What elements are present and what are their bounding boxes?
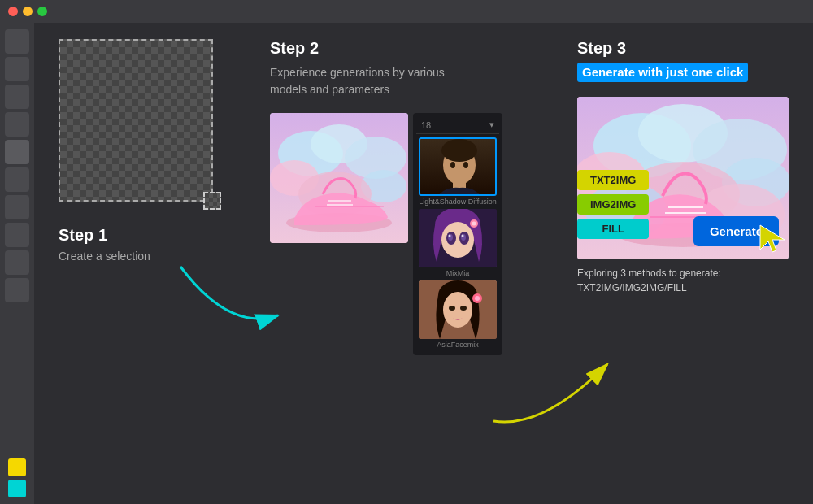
model-item-1[interactable]: Light&Shadow Diffusion [416,137,499,206]
color-yellow[interactable] [8,458,26,476]
svg-point-32 [475,296,480,301]
step3-buttons: TXT2IMG IMG2IMG FILL [577,170,649,239]
svg-point-15 [450,162,455,168]
model-item-2[interactable]: MixMia [416,209,499,277]
color-cyan[interactable] [8,480,26,497]
model-panel: 18 ▾ [413,113,502,355]
main-area: Step 1 Create a selection Step 2 Experie… [0,23,813,504]
svg-marker-48 [760,225,785,252]
step2-area: Step 2 Experience generations by various… [270,39,502,355]
sidebar [0,23,34,504]
model-label-2: MixMia [446,269,470,277]
sneaker-scene [270,113,408,243]
cursor-icon [756,221,789,259]
close-dot[interactable] [8,7,18,16]
step3-title: Step 3 [577,39,797,58]
tool-1[interactable] [5,29,29,54]
fill-button[interactable]: FILL [577,219,649,239]
canvas-corner [203,192,221,210]
step1-title: Step 1 [59,226,213,245]
model-label-3: AsiaFacemix [437,341,479,349]
tool-3[interactable] [5,85,29,109]
svg-point-27 [472,222,476,226]
tool-2[interactable] [5,57,29,81]
svg-point-24 [449,235,451,237]
svg-point-13 [441,139,477,162]
svg-point-16 [463,162,468,168]
svg-point-19 [441,222,474,258]
woman-face-svg [419,280,497,339]
tool-9[interactable] [5,250,29,275]
svg-point-30 [443,292,472,328]
model-counter: 18 ▾ [416,116,499,134]
step3-note: Exploring 3 methods to generate: TXT2IMG… [577,266,797,295]
titlebar [0,0,813,23]
content-area: Step 1 Create a selection Step 2 Experie… [34,23,813,504]
arrow2 [477,340,632,437]
dropdown-arrow[interactable]: ▾ [489,119,494,130]
highlight-bar: Generate with just one click [577,63,748,82]
step2-title: Step 2 [270,39,502,58]
step2-images: 18 ▾ [270,113,502,355]
svg-point-33 [449,306,455,311]
tool-5[interactable] [5,140,29,164]
model-thumb-man [419,137,497,196]
scene-svg [270,113,408,243]
model-thumb-anime [419,209,497,267]
step3-area: Step 3 Generate with just one click TXT2… [577,39,797,295]
anime-face-svg [419,209,497,267]
canvas-preview [59,39,213,202]
minimize-dot[interactable] [23,7,33,16]
txt2img-button[interactable]: TXT2IMG [577,170,649,190]
man-face-svg [420,139,497,196]
tool-8[interactable] [5,223,29,247]
svg-point-34 [460,306,467,311]
img2img-button[interactable]: IMG2IMG [577,194,649,215]
tool-6[interactable] [5,167,29,192]
model-thumb-woman [419,280,497,339]
model-label-1: Light&Shadow Diffusion [419,198,496,206]
svg-point-25 [462,235,464,237]
model-item-3[interactable]: AsiaFacemix [416,280,499,349]
step2-description: Experience generations by various models… [270,64,449,98]
tool-4[interactable] [5,112,29,137]
maximize-dot[interactable] [37,7,47,16]
tool-10[interactable] [5,278,29,302]
step1-area: Step 1 Create a selection [59,39,213,263]
tool-7[interactable] [5,195,29,219]
step3-highlight: Generate with just one click [582,65,743,79]
scene-background [270,113,408,243]
model-count: 18 [421,120,431,130]
